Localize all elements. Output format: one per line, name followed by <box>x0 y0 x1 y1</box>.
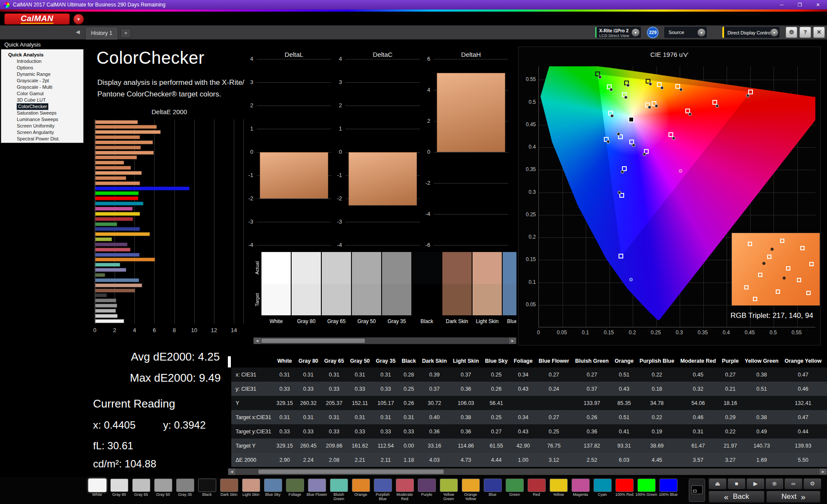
source-dropdown-arrow-icon[interactable]: ▼ <box>697 28 706 37</box>
sidebar-item-options[interactable]: Options <box>17 65 33 71</box>
sidebar-item-spectral-power-dist[interactable]: Spectral Power Dist. <box>17 136 60 142</box>
bottom-patch-gray-80[interactable]: Gray 80 <box>108 479 130 501</box>
sidebar-item-dynamic-range[interactable]: Dynamic Range <box>17 71 50 78</box>
bottom-patch-gray-65[interactable]: Gray 65 <box>130 479 152 501</box>
axis-tick: 1 <box>329 125 342 132</box>
table-cell: 0.46 <box>677 410 719 424</box>
logo-menu-button[interactable]: ▼ <box>73 14 84 25</box>
deltah-bar <box>437 73 505 152</box>
bottom-patch-purplish-blue[interactable]: Purplish Blue <box>372 479 394 501</box>
sidebar-item-color-gamut[interactable]: Color Gamut <box>17 90 44 97</box>
bottom-patch-100-blue[interactable]: 100% Blue <box>657 479 679 501</box>
sidebar-item-luminance-sweeps[interactable]: Luminance Sweeps <box>17 116 58 123</box>
transport-play-button[interactable]: ▶ <box>746 478 765 489</box>
inset-measured-dot <box>762 262 765 265</box>
table-cell: 34.78 <box>637 396 678 410</box>
transport-stop-button[interactable]: ■ <box>728 478 746 489</box>
workspace-close-button[interactable]: ✕ <box>813 27 825 38</box>
bottom-patch-blue-flower[interactable]: Blue Flower <box>306 479 328 501</box>
table-cell: 0.27 <box>719 367 742 382</box>
next-button[interactable]: Next » <box>766 491 821 503</box>
avg-de2000-reading: Avg dE2000: 4.25 <box>104 350 246 364</box>
bottom-patch-gray-35[interactable]: Gray 35 <box>174 479 196 501</box>
minimize-button[interactable]: ─ <box>773 0 791 9</box>
bottom-patch-gray-50[interactable]: Gray 50 <box>152 479 174 501</box>
transport-target-button[interactable]: ⊕ <box>765 478 783 489</box>
maximize-button[interactable]: ❐ <box>791 0 809 9</box>
sidebar-item-screen-uniformity[interactable]: Screen Uniformity <box>17 123 54 129</box>
source-dropdown[interactable]: Source ▼ <box>664 26 707 38</box>
sidebar-item-screen-angularity[interactable]: Screen Angularity <box>17 129 54 136</box>
pattern-window-button[interactable] <box>689 479 705 502</box>
tab-add-button[interactable]: + <box>121 28 131 38</box>
table-col-header-blue-sky: Blue Sky <box>482 355 511 367</box>
close-button[interactable]: ✕ <box>809 0 827 9</box>
bottom-patch-light-skin[interactable]: Light Skin <box>240 479 262 501</box>
display-control-arrow-icon[interactable]: ▼ <box>770 28 778 37</box>
bottom-patch-green[interactable]: Green <box>504 479 525 501</box>
bottom-patch-yellow-green[interactable]: Yellow Green <box>438 479 460 501</box>
sidebar-item-introduction[interactable]: Introduction <box>17 58 41 65</box>
calman-logo[interactable]: CalMAN <box>4 13 70 25</box>
grid-line <box>345 129 420 129</box>
table-cell: 112.54 <box>373 439 399 453</box>
inset-target-square <box>786 266 790 271</box>
help-button[interactable]: ? <box>799 27 811 38</box>
axis-tick: 2 <box>417 118 430 124</box>
settings-gear-button[interactable]: ⚙ <box>786 27 797 38</box>
bottom-patch-moderate-red[interactable]: Moderate Red <box>394 479 416 501</box>
display-control-dropdown[interactable]: Direct Display Control ▼ <box>722 26 780 38</box>
bottom-patch-black[interactable]: Black <box>196 479 218 501</box>
bottom-patch-yellow[interactable]: Yellow <box>547 479 569 501</box>
deltae-axis-tick: 12 <box>210 327 218 333</box>
meter-dropdown-arrow-icon[interactable]: ▼ <box>631 28 640 37</box>
back-button[interactable]: « Back <box>709 491 765 503</box>
sidebar-tree-root[interactable]: Quick Analysis <box>8 51 83 58</box>
table-cell: 0.33 <box>347 424 373 439</box>
swatch-strip-scrollbar[interactable]: ◄ ► <box>253 337 516 344</box>
bottom-patch-red[interactable]: Red <box>525 479 547 501</box>
sidebar-item-grayscale-multi[interactable]: Grayscale - Multi <box>17 84 53 90</box>
grid-line <box>257 106 331 106</box>
max-de2000-reading: Max dE2000: 9.49 <box>104 371 246 385</box>
swatch-target-color <box>261 284 291 315</box>
bottom-patch-orange-yellow[interactable]: Orange Yellow <box>460 479 482 501</box>
cie-y-axis-labels: 0.050.10.150.20.250.30.350.40.450.50.55 <box>519 47 537 346</box>
grid-line <box>434 183 508 184</box>
sidebar-item-saturation-sweeps[interactable]: Saturation Sweeps <box>17 110 56 116</box>
bottom-patch-orange[interactable]: Orange <box>350 479 372 501</box>
cie-measured-point <box>617 132 620 136</box>
bottom-patch-white[interactable]: White <box>86 479 108 501</box>
deltae-bar <box>95 161 124 165</box>
swatch-target-color <box>503 284 516 315</box>
scroll-right-arrow-icon[interactable]: ► <box>509 338 516 344</box>
table-scrollbar[interactable]: ◄ ► <box>228 468 827 475</box>
bottom-patch-magenta[interactable]: Magenta <box>569 479 591 501</box>
bottom-patch-blue[interactable]: Blue <box>482 479 504 501</box>
tab-history-1[interactable]: History 1 <box>85 27 118 40</box>
scroll-right-arrow-icon[interactable]: ► <box>820 469 827 475</box>
bottom-patch-100-red[interactable]: 100% Red <box>613 479 635 501</box>
bottom-patch-cyan[interactable]: Cyan <box>591 479 613 501</box>
cie-y-tick: 0.5 <box>519 99 536 105</box>
bottom-patch-dark-skin[interactable]: Dark Skin <box>218 479 240 501</box>
transport-settings-button[interactable]: ⚙ <box>803 478 821 489</box>
meter-dropdown[interactable]: X-Rite i1Pro 2 LCD Direct View ▼ <box>595 26 641 38</box>
transport-eject-button[interactable]: ⏏ <box>709 478 727 489</box>
sidebar-item-3d-cube-lut[interactable]: 3D Cube LUT <box>17 97 46 103</box>
y-reading: y: 0.3942 <box>163 419 206 431</box>
transport-loop-button[interactable]: ∞ <box>784 478 802 489</box>
bottom-patch-blue-sky[interactable]: Blue Sky <box>262 479 284 501</box>
sidebar-item-grayscale-2pt[interactable]: Grayscale - 2pt <box>17 78 49 84</box>
scrollbar-thumb[interactable] <box>258 470 444 474</box>
scroll-left-arrow-icon[interactable]: ◄ <box>254 338 261 344</box>
sidebar-collapse-button[interactable]: ◀ <box>76 29 80 35</box>
table-cell: 0.36 <box>450 424 482 439</box>
bottom-patch-purple[interactable]: Purple <box>416 479 438 501</box>
bottom-patch-100-green[interactable]: 100% Green <box>635 479 657 501</box>
bottom-patch-foliage[interactable]: Foliage <box>284 479 306 501</box>
sidebar-item-colorchecker[interactable]: ColorChecker <box>17 103 48 110</box>
bottom-patch-bluish-green[interactable]: Bluish Green <box>328 479 350 501</box>
scrollbar-thumb[interactable] <box>261 339 365 343</box>
scroll-left-arrow-icon[interactable]: ◄ <box>228 469 235 475</box>
